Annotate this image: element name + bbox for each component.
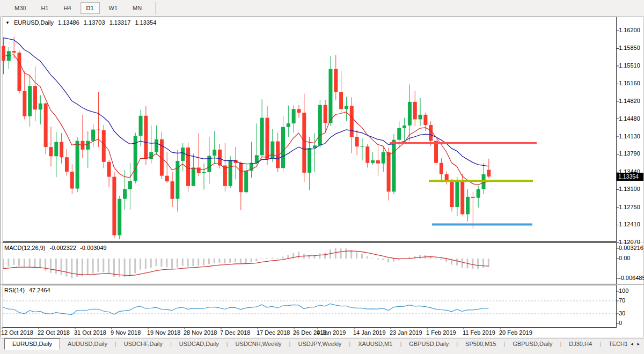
tab-dj30-h4[interactable]: DJ30,H4 [561, 339, 599, 349]
tab-usdchf-daily[interactable]: USDCHF,Daily [116, 339, 170, 349]
candle-body [260, 118, 264, 156]
timeframe-toolbar: M30H1H4D1W1MN [0, 0, 644, 16]
candle-body [355, 137, 359, 146]
macd-histogram-bar [18, 259, 20, 266]
macd-histogram-bar [24, 259, 25, 268]
macd-histogram-bar [361, 254, 363, 259]
macd-histogram-bar [124, 259, 126, 277]
price-scale-label: 1.15850 [619, 45, 640, 51]
macd-histogram-bar [477, 259, 479, 269]
tab-tech10[interactable]: TECH10 [601, 339, 627, 349]
date-label: 23 Jan 2019 [390, 329, 422, 336]
candle-body [33, 86, 37, 109]
candle-body [387, 152, 391, 192]
toolbar-separator [155, 2, 156, 14]
candle-body [17, 53, 21, 91]
macd-histogram-bar [61, 259, 62, 275]
candle-body [60, 142, 63, 158]
price-scale-label: 1.14480 [619, 115, 640, 122]
macd-histogram-bar [240, 259, 241, 263]
tab-gbpusd-daily[interactable]: GBPUSD,Daily [401, 339, 456, 349]
candle-body [365, 146, 369, 163]
timeframe-button-d1[interactable]: D1 [80, 2, 100, 14]
tab-audusd-daily[interactable]: AUDUSD,Daily [60, 339, 115, 349]
tab-usdcad-daily[interactable]: USDCAD,Daily [172, 339, 226, 349]
date-label: 11 Feb 2019 [463, 329, 495, 336]
date-label: 19 Nov 2018 [147, 329, 180, 336]
chart-window[interactable]: ▼ EURUSD,Daily 1.13486 1.13703 1.13317 1… [0, 17, 644, 337]
scroll-right-icon[interactable]: ▸ [637, 341, 640, 346]
symbol-tabs: EURUSD,DailyAUDUSD,Daily|USDCHF,Daily|US… [0, 338, 627, 350]
tab-xauusd-m1[interactable]: XAUUSD,M1 [350, 339, 400, 349]
price-scale-label: 1.15510 [619, 62, 640, 69]
macd-histogram-bar [156, 259, 157, 266]
macd-histogram-bar [182, 259, 184, 266]
macd-histogram-bar [419, 255, 421, 259]
date-label: 4 Jan 2019 [317, 329, 346, 336]
macd-histogram-bar [430, 256, 431, 259]
candle-body [397, 128, 401, 140]
candle-body [202, 172, 206, 173]
macd-histogram-bar [192, 259, 194, 266]
candle-body [123, 189, 127, 199]
candle-body [171, 181, 174, 199]
timeframe-button-mn[interactable]: MN [127, 2, 148, 14]
macd-histogram-bar [266, 259, 268, 259]
timeframe-button-m30[interactable]: M30 [9, 2, 32, 14]
candle-body [297, 109, 301, 113]
candle-body [44, 104, 48, 147]
macd-histogram-bar [282, 256, 283, 259]
candle-body [324, 105, 327, 123]
candle-body [144, 116, 148, 159]
chart-title-line: ▼ EURUSD,Daily 1.13486 1.13703 1.13317 1… [5, 19, 159, 26]
macd-histogram-bar [13, 259, 14, 265]
candle-body [328, 69, 332, 123]
candle-body [97, 130, 100, 130]
timeframe-button-h1[interactable]: H1 [35, 2, 54, 14]
macd-histogram-bar [166, 259, 167, 267]
tab-usdcnh-weekly[interactable]: USDCNH,Weekly [228, 339, 289, 349]
candle-body [477, 189, 480, 198]
macd-indicator-label: MACD(12,26,9) -0.002322 -0.003049 [4, 245, 107, 251]
candle-body [23, 91, 26, 116]
macd-histogram-bar [160, 259, 162, 267]
tab-usdjpy-weekly[interactable]: USDJPY,Weekly [290, 339, 349, 349]
macd-histogram-bar [462, 259, 463, 268]
macd-histogram-bar [55, 259, 57, 274]
rsi-value: 47.2464 [29, 287, 50, 293]
timeframe-button-w1[interactable]: W1 [103, 2, 124, 14]
ohlc-low: 1.13317 [109, 19, 131, 26]
candle-body [155, 139, 158, 152]
macd-histogram-bar [445, 259, 447, 262]
chart-symbol-label: EURUSD,Daily [14, 19, 54, 26]
candle-body [218, 150, 222, 166]
candle-body [39, 104, 42, 109]
candle-body [318, 105, 322, 146]
macd-histogram-bar [214, 259, 215, 263]
timeframe-button-h4[interactable]: H4 [57, 2, 77, 14]
tab-eurusd-daily[interactable]: EURUSD,Daily [4, 338, 60, 350]
macd-histogram-bar [50, 259, 52, 273]
macd-histogram-bar [456, 259, 458, 266]
candle-body [107, 162, 111, 177]
chart-canvas[interactable] [0, 17, 644, 337]
macd-histogram-bar [350, 250, 352, 259]
chevron-down-icon[interactable]: ▼ [5, 20, 10, 25]
candle-body [7, 51, 11, 61]
candle-body [429, 125, 433, 141]
tab-sp500-m15[interactable]: SP500,M15 [458, 339, 503, 349]
scroll-left-icon[interactable]: ◂ [631, 341, 633, 346]
candle-body [223, 166, 227, 186]
candle-body [76, 141, 79, 189]
tab-gbpusd-daily[interactable]: GBPUSD,Daily [505, 339, 560, 349]
rsi-name: RSI(14) [4, 287, 25, 293]
candle-body [65, 157, 69, 172]
macd-name: MACD(12,26,9) [4, 245, 45, 251]
date-label: 22 Oct 2018 [38, 329, 70, 336]
macd-histogram-bar [71, 259, 72, 278]
macd-histogram-bar [245, 259, 247, 263]
candle-body [2, 46, 5, 61]
macd-histogram-bar [340, 248, 342, 259]
macd-histogram-bar [272, 257, 273, 259]
date-label: 14 Jan 2019 [353, 329, 386, 336]
